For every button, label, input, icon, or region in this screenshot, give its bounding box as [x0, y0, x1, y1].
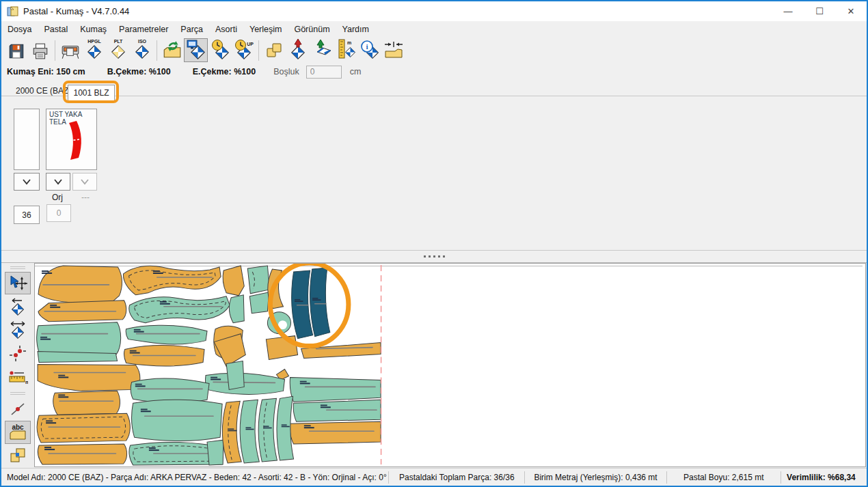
- piece-shape-icon: [10, 431, 25, 439]
- select-move-tool[interactable]: [5, 272, 31, 294]
- plt-diamond-icon: [111, 46, 124, 58]
- pattern-piece[interactable]: [207, 440, 223, 465]
- iso-diamond-icon: [135, 46, 148, 58]
- pattern-piece[interactable]: [258, 398, 277, 462]
- send-up-green-button[interactable]: [310, 38, 334, 62]
- b-cekme-label: B.Çekme: %100: [107, 67, 171, 76]
- pattern-piece[interactable]: [129, 296, 230, 323]
- marker-display-icon: [186, 39, 206, 60]
- size-value-box[interactable]: 36: [14, 206, 40, 224]
- toolbar-separator: [55, 40, 55, 61]
- pattern-piece[interactable]: [293, 400, 381, 421]
- piece-dropdown-2[interactable]: [72, 173, 97, 191]
- pattern-piece[interactable]: [266, 336, 297, 360]
- hpgl-diamond-icon: [87, 46, 100, 58]
- pattern-piece[interactable]: [205, 373, 284, 394]
- tab-1001-blz[interactable]: 1001 BLZ: [68, 85, 115, 100]
- piece-dropdown-1[interactable]: [46, 173, 70, 191]
- maximize-button[interactable]: ☐: [804, 1, 835, 21]
- measure-dot-icon: [10, 372, 13, 375]
- plotter-button[interactable]: [58, 38, 82, 62]
- menu-asorti[interactable]: Asorti: [209, 23, 243, 36]
- menu-gorunum[interactable]: Görünüm: [288, 23, 336, 36]
- size-dropdown[interactable]: [14, 173, 40, 191]
- hpgl-export-button[interactable]: HPGL: [82, 38, 106, 62]
- print-button[interactable]: [28, 38, 52, 62]
- chevron-down-icon: [53, 178, 64, 185]
- menu-pastal[interactable]: Pastal: [38, 23, 74, 36]
- svg-text:abc: abc: [12, 423, 24, 431]
- piece-copy-tool[interactable]: [5, 445, 31, 467]
- main-toolbar: HPGL PLT ISO: [1, 38, 867, 63]
- menu-parametreler[interactable]: Parametreler: [113, 23, 174, 36]
- pattern-piece[interactable]: [38, 365, 140, 391]
- pattern-piece[interactable]: [131, 378, 209, 403]
- pattern-piece[interactable]: [290, 421, 381, 444]
- measure-tool[interactable]: m: [5, 366, 31, 389]
- status-marker-length: Pastal Boyu: 2,615 mt: [667, 473, 781, 482]
- pattern-piece[interactable]: [38, 352, 117, 363]
- send-up-green-icon: [312, 38, 332, 60]
- pattern-piece[interactable]: [223, 266, 244, 296]
- palette-grip[interactable]: [10, 266, 25, 269]
- import-icon: [162, 40, 182, 60]
- pattern-piece[interactable]: [240, 400, 259, 463]
- measure-marker-button[interactable]: m: [334, 38, 357, 62]
- send-up-red-button[interactable]: [286, 38, 310, 62]
- send-up-red-icon: [288, 38, 308, 60]
- pattern-piece[interactable]: [229, 295, 244, 323]
- piece-text-tool[interactable]: abc: [5, 421, 31, 443]
- empty-piece-slot[interactable]: [14, 109, 40, 170]
- pattern-piece[interactable]: [226, 361, 244, 390]
- pattern-piece[interactable]: [123, 266, 221, 295]
- marker-canvas-area[interactable]: [34, 263, 866, 467]
- marker-display-button[interactable]: [184, 38, 208, 62]
- app-window: Pastal - Kumaş - V4.7.0.44 — ☐ ✕ Dosya P…: [0, 0, 868, 487]
- rotate-point-tool[interactable]: [5, 398, 31, 420]
- pattern-piece[interactable]: [126, 325, 207, 344]
- menu-yardim[interactable]: Yardım: [336, 23, 375, 36]
- iso-export-button[interactable]: ISO: [130, 38, 154, 62]
- flip-both-tool[interactable]: [5, 319, 31, 342]
- fabric-width-button[interactable]: [381, 38, 405, 62]
- piece-thumbnail[interactable]: UST YAKA TELA: [46, 109, 97, 170]
- status-efficiency: Verimlilik: %68,34: [781, 473, 867, 482]
- marker-canvas[interactable]: [35, 264, 865, 467]
- gap-unit: cm: [350, 67, 362, 76]
- close-button[interactable]: ✕: [835, 1, 867, 21]
- palette-grip[interactable]: [10, 392, 25, 395]
- piece-copy-icon: [8, 446, 27, 465]
- pattern-piece-dark[interactable]: [310, 268, 330, 337]
- time-icon: [210, 39, 230, 60]
- qty-value-box[interactable]: 0: [46, 204, 71, 222]
- pattern-piece[interactable]: [222, 401, 241, 463]
- menu-yerlesim[interactable]: Yerleşim: [243, 23, 288, 36]
- menu-kumas[interactable]: Kumaş: [74, 23, 113, 36]
- menu-dosya[interactable]: Dosya: [1, 23, 38, 36]
- piece-copy-button[interactable]: [262, 38, 286, 62]
- time-up-button[interactable]: UP: [232, 38, 256, 62]
- marker-info-button[interactable]: i: [357, 38, 381, 62]
- pattern-piece[interactable]: [249, 292, 269, 314]
- point-match-tool[interactable]: [5, 342, 31, 365]
- status-unit-metraj: Birim Metraj (Yerleşmiş): 0,436 mt: [525, 473, 666, 482]
- import-marker-button[interactable]: [160, 38, 184, 62]
- no-value-label: ---: [81, 193, 90, 202]
- time-button[interactable]: [208, 38, 232, 62]
- toolbar-separator: [157, 40, 157, 61]
- gap-label: Boşluk: [273, 67, 299, 76]
- gap-input[interactable]: [306, 66, 342, 79]
- plt-export-button[interactable]: PLT: [106, 38, 130, 62]
- minimize-button[interactable]: —: [772, 1, 804, 21]
- chevron-down-icon: [79, 178, 90, 185]
- red-piece-preview: [46, 109, 96, 169]
- pattern-piece[interactable]: [247, 266, 269, 294]
- pattern-piece[interactable]: [132, 400, 223, 441]
- chevron-down-icon: [21, 178, 32, 185]
- save-button[interactable]: [4, 38, 28, 62]
- panel-splitter[interactable]: [1, 250, 867, 263]
- measure-diamond-icon: [345, 47, 355, 57]
- pattern-piece-dark[interactable]: [292, 270, 313, 339]
- flip-horizontal-tool[interactable]: [5, 295, 31, 318]
- menu-parca[interactable]: Parça: [174, 23, 209, 36]
